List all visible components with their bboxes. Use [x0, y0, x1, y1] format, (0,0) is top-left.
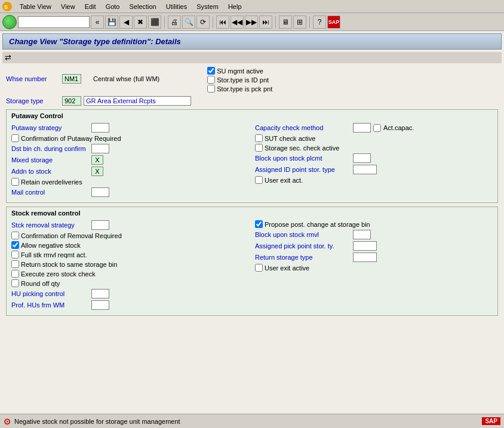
menu-view[interactable]: View	[59, 2, 77, 11]
return-stock-checkbox[interactable]	[11, 260, 19, 268]
assigned-id-label: Assigned ID point stor. type	[255, 166, 351, 173]
round-off-label: Round off qty	[21, 280, 60, 287]
capacity-input[interactable]	[353, 123, 371, 133]
hu-picking-label: HU picking control	[11, 290, 89, 297]
menu-help[interactable]: Help	[226, 2, 244, 11]
find-button[interactable]: 🔍	[182, 16, 195, 29]
block-plcmt-row: Block upon stock plcmt	[255, 153, 493, 163]
assigned-pick-row: Assigned pick point stor. ty.	[255, 241, 493, 251]
mixed-storage-row: Mixed storage	[11, 155, 249, 165]
find-next-button[interactable]: ⟳	[196, 16, 210, 29]
last-rec-button[interactable]: ⏭	[259, 16, 272, 29]
svg-text:S: S	[4, 4, 8, 10]
block-rmvl-label: Block upon stock rmvl	[255, 231, 351, 238]
stock-removal-two-col: Stck removal strategy Confirmation of Re…	[11, 220, 493, 312]
mail-control-row: Mail control	[11, 187, 249, 197]
command-field[interactable]	[18, 16, 90, 28]
putaway-strategy-label: Putaway strategy	[11, 124, 89, 131]
mail-input[interactable]	[91, 187, 109, 197]
print-button[interactable]: 🖨	[168, 16, 181, 29]
su-mgmt-checkbox[interactable]	[207, 67, 215, 75]
back-button[interactable]: ◀	[119, 16, 133, 29]
retain-row: Retain overdeliveries	[11, 178, 249, 186]
storage-type-label: Storage type	[6, 97, 60, 104]
help-button[interactable]: ?	[313, 16, 326, 29]
block-rmvl-row: Block upon stock rmvl	[255, 230, 493, 239]
first-rec-button[interactable]: ⏮	[216, 16, 229, 29]
block-rmvl-input[interactable]	[353, 230, 371, 239]
block-plcmt-label: Block upon stock plcmt	[255, 155, 351, 162]
nav-first-button[interactable]: «	[91, 16, 104, 29]
stock-removal-title: Stock removal control	[11, 210, 493, 218]
menu-edit[interactable]: Edit	[83, 2, 98, 11]
capacity-row: Capacity check method Act.capac.	[255, 123, 493, 133]
menu-table[interactable]: Table View	[18, 2, 53, 11]
retain-checkbox[interactable]	[11, 178, 19, 186]
menu-system[interactable]: System	[195, 2, 220, 11]
status-indicator[interactable]	[2, 15, 17, 29]
propose-checkbox[interactable]	[255, 220, 263, 228]
removal-confirmation-row: Confirmation of Removal Required	[11, 232, 249, 239]
user-exit-removal-checkbox[interactable]	[255, 264, 263, 272]
sap-logo-status: SAP	[482, 417, 500, 425]
stck-strategy-input[interactable]	[91, 220, 109, 230]
whse-input[interactable]	[62, 74, 81, 84]
sut-label: SUT check active	[265, 135, 315, 142]
stock-removal-col-right: Propose post. change at storage bin Bloc…	[255, 220, 493, 312]
prof-hus-input[interactable]	[91, 300, 109, 310]
prof-hus-label: Prof. HUs frm WM	[11, 301, 89, 309]
save-button[interactable]: 💾	[105, 16, 118, 29]
addn-input[interactable]	[91, 167, 103, 176]
block-plcmt-input[interactable]	[353, 153, 371, 163]
assigned-pick-input[interactable]	[353, 241, 377, 251]
next-rec-button[interactable]: ▶▶	[245, 16, 258, 29]
menu-goto[interactable]: Goto	[104, 2, 122, 11]
su-mgmt-check[interactable]: SU mgmt active	[207, 67, 272, 75]
storage-type-input[interactable]	[62, 96, 81, 106]
stck-strategy-label: Stck removal strategy	[11, 221, 89, 229]
act-capac-checkbox[interactable]	[373, 124, 381, 132]
user-exit-label: User exit act.	[265, 177, 303, 184]
stor-id-check[interactable]: Stor.type is ID pnt	[207, 76, 272, 84]
return-type-input[interactable]	[353, 253, 377, 262]
return-stock-label: Return stock to same storage bin	[21, 261, 117, 268]
addn-label: Addn to stock	[11, 168, 89, 175]
sap-help-button[interactable]: SAP	[327, 16, 340, 29]
round-off-row: Round off qty	[11, 279, 249, 287]
storage-name-input[interactable]	[84, 96, 191, 106]
putaway-strategy-input[interactable]	[91, 123, 109, 133]
user-exit-checkbox[interactable]	[255, 176, 263, 184]
prev-rec-button[interactable]: ◀◀	[231, 16, 244, 29]
mixed-input[interactable]	[91, 155, 103, 165]
separator-3	[275, 16, 276, 28]
cancel-button[interactable]: ✖	[134, 16, 147, 29]
transfer-icon: ⇄	[5, 53, 11, 62]
full-stk-checkbox[interactable]	[11, 251, 19, 258]
sut-checkbox[interactable]	[255, 134, 263, 142]
execute-checkbox[interactable]	[11, 270, 19, 278]
display-mode-button[interactable]: 🖥	[279, 16, 292, 29]
assigned-id-row: Assigned ID point stor. type	[255, 165, 493, 174]
dst-input[interactable]	[91, 144, 109, 153]
stor-id-checkbox[interactable]	[207, 76, 215, 84]
storage-type-row: Storage type	[6, 96, 498, 106]
hu-picking-input[interactable]	[91, 289, 109, 298]
menu-selection[interactable]: Selection	[127, 2, 158, 11]
user-exit-removal-row: User exit active	[255, 264, 493, 272]
stor-pck-check[interactable]: Stor.type is pck pnt	[207, 85, 272, 93]
menu-utilities[interactable]: Utilities	[164, 2, 189, 11]
round-off-checkbox[interactable]	[11, 279, 19, 287]
status-message: Negative stock not possible for storage …	[14, 418, 180, 425]
main-content: Change View "Storage type definition": D…	[0, 31, 504, 414]
layout-button[interactable]: ⊞	[293, 16, 306, 29]
allow-neg-checkbox[interactable]	[11, 241, 19, 249]
user-exit-removal-label: User exit active	[265, 264, 309, 272]
putaway-confirmation-row: Confirmation of Putaway Required	[11, 134, 249, 142]
stor-pck-checkbox[interactable]	[207, 85, 215, 93]
stop-button[interactable]: ⬛	[148, 16, 161, 29]
putaway-confirmation-checkbox[interactable]	[11, 134, 19, 142]
assigned-id-input[interactable]	[353, 165, 377, 174]
removal-confirmation-checkbox[interactable]	[11, 232, 19, 239]
storage-sec-checkbox[interactable]	[255, 144, 263, 152]
removal-confirmation-label: Confirmation of Removal Required	[21, 232, 122, 239]
